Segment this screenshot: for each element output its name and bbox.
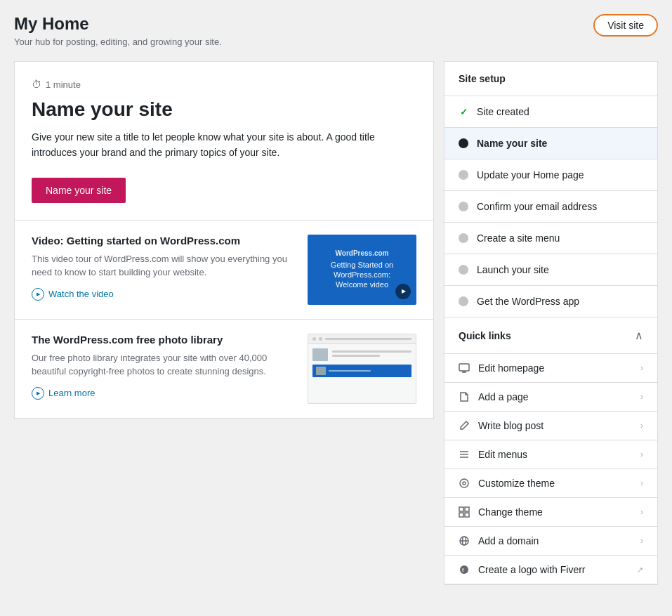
setup-label-site-created: Site created (477, 106, 529, 117)
page-subtitle: Your hub for posting, editing, and growi… (14, 37, 222, 47)
svg-rect-9 (465, 507, 469, 511)
setup-icon-pending-5 (459, 265, 468, 275)
setup-icon-pending-2 (459, 170, 468, 180)
video-card-description: This video tour of WordPress.com will sh… (32, 252, 296, 280)
photo-img-small (316, 367, 326, 375)
photo-row-1 (312, 348, 411, 361)
fiverr-icon: f (459, 564, 470, 575)
photo-blue-bar (312, 365, 411, 377)
video-thumb-content: WordPress.com Getting Started onWordPres… (331, 249, 393, 290)
setup-icon-current (459, 138, 468, 148)
setup-label-confirm-email: Confirm your email address (477, 201, 597, 212)
file-icon (459, 391, 470, 402)
edit-homepage-label: Edit homepage (478, 362, 632, 374)
page-header: My Home Your hub for posting, editing, a… (14, 14, 658, 47)
setup-title: Site setup (459, 73, 643, 84)
name-site-card: ⏱ 1 minute Name your site Give your new … (14, 61, 434, 221)
setup-icon-pending-4 (459, 233, 468, 243)
setup-item-site-menu[interactable]: Create a site menu (444, 223, 657, 254)
photo-line-short (332, 355, 380, 357)
toolbar-bar (325, 338, 411, 340)
setup-icon-pending-3 (459, 202, 468, 211)
photo-thumb-body (308, 344, 416, 403)
main-layout: ⏱ 1 minute Name your site Give your new … (14, 61, 658, 585)
photo-thumbnail (308, 334, 416, 404)
video-thumbnail: WordPress.com Getting Started onWordPres… (308, 235, 416, 305)
header-text: My Home Your hub for posting, editing, a… (14, 14, 222, 47)
setup-label-site-menu: Create a site menu (477, 232, 560, 244)
quick-link-edit-homepage[interactable]: Edit homepage › (444, 354, 657, 383)
setup-item-home-page[interactable]: Update your Home page (444, 159, 657, 191)
setup-item-wp-app[interactable]: Get the WordPress app (444, 286, 657, 317)
quick-link-change-theme[interactable]: Change theme › (444, 498, 657, 527)
add-page-label: Add a page (478, 391, 632, 402)
learn-more-link[interactable]: Learn more (32, 387, 296, 400)
page-title: My Home (14, 14, 222, 34)
quick-links-header: Quick links ∧ (444, 317, 657, 354)
change-theme-label: Change theme (478, 506, 632, 518)
setup-icon-pending-6 (459, 296, 468, 306)
svg-point-15 (460, 565, 468, 574)
setup-label-home-page: Update your Home page (477, 169, 584, 181)
quick-link-write-blog[interactable]: Write blog post › (444, 412, 657, 440)
edit-menus-label: Edit menus (478, 449, 632, 460)
quick-link-customize-theme[interactable]: Customize theme › (444, 469, 657, 498)
card-description: Give your new site a title to let people… (32, 129, 416, 161)
play-icon (32, 288, 44, 301)
external-link-icon: ↗ (637, 565, 643, 575)
svg-rect-11 (465, 513, 469, 517)
watch-video-link[interactable]: Watch the video (32, 288, 296, 301)
video-wp-logo: WordPress.com (331, 249, 393, 257)
photo-blue-inner (316, 367, 371, 375)
blue-line (329, 370, 371, 372)
quick-link-fiverr[interactable]: f Create a logo with Fiverr ↗ (444, 556, 657, 584)
setup-item-launch[interactable]: Launch your site (444, 254, 657, 286)
visit-site-button[interactable]: Visit site (593, 14, 658, 37)
video-card-content: Video: Getting started on WordPress.com … (32, 235, 296, 301)
setup-label-wp-app: Get the WordPress app (477, 296, 579, 307)
clock-icon: ⏱ (32, 79, 41, 90)
chevron-right-icon-3: › (640, 450, 643, 459)
setup-item-name-site[interactable]: Name your site (444, 128, 657, 159)
photo-thumb-toolbar (308, 334, 416, 344)
setup-item-site-created[interactable]: Site created (444, 96, 657, 128)
setup-icon-completed (459, 107, 468, 117)
pencil-icon (459, 420, 470, 431)
video-thumb-text: Getting Started onWordPress.com:Welcome … (331, 260, 393, 290)
svg-point-7 (463, 482, 466, 485)
chevron-right-icon-4: › (640, 478, 643, 488)
quick-link-add-page[interactable]: Add a page › (444, 383, 657, 412)
photo-library-card: The WordPress.com free photo library Our… (14, 320, 434, 419)
chevron-right-icon-6: › (640, 536, 643, 546)
time-estimate-text: 1 minute (46, 79, 81, 90)
svg-rect-8 (459, 507, 463, 511)
name-site-button[interactable]: Name your site (32, 178, 126, 203)
video-card: Video: Getting started on WordPress.com … (14, 221, 434, 320)
video-play-overlay (395, 284, 411, 299)
quick-links-title: Quick links (459, 330, 511, 341)
photo-card-content: The WordPress.com free photo library Our… (32, 334, 296, 400)
watch-video-label: Watch the video (48, 289, 114, 299)
photo-line-full (332, 350, 411, 353)
quick-link-edit-menus[interactable]: Edit menus › (444, 440, 657, 469)
chevron-right-icon-2: › (640, 421, 643, 431)
left-column: ⏱ 1 minute Name your site Give your new … (14, 61, 434, 585)
chevron-right-icon-5: › (640, 507, 643, 517)
chevron-up-icon[interactable]: ∧ (635, 329, 643, 342)
right-column: Site setup Site created Name your site U… (444, 61, 658, 585)
add-domain-label: Add a domain (478, 535, 632, 546)
write-blog-label: Write blog post (478, 420, 632, 431)
info-icon (32, 387, 44, 400)
svg-rect-10 (459, 513, 463, 517)
toolbar-dot-1 (312, 337, 316, 341)
photo-img-placeholder (312, 348, 328, 361)
setup-item-confirm-email[interactable]: Confirm your email address (444, 191, 657, 223)
photo-card-description: Our free photo library integrates your s… (32, 351, 296, 379)
card-heading: Name your site (32, 98, 416, 121)
time-estimate: ⏱ 1 minute (32, 79, 416, 90)
quick-link-add-domain[interactable]: Add a domain › (444, 527, 657, 556)
setup-header: Site setup (444, 62, 657, 96)
photo-lines (332, 350, 411, 359)
svg-rect-0 (459, 364, 469, 371)
customize-icon (459, 478, 470, 489)
